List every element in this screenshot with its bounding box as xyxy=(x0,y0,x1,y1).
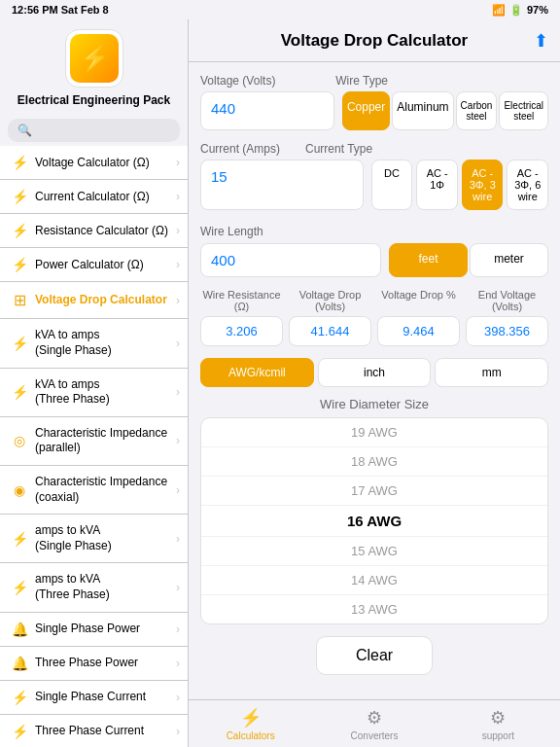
bell-icon: 🔔 xyxy=(10,656,29,671)
ct-ac3-3[interactable]: AC - 3Φ, 3 wire xyxy=(462,160,504,210)
lightning-icon: ⚡ xyxy=(10,155,29,170)
sidebar-item-voltage-drop[interactable]: ⊞ Voltage Drop Calculator › xyxy=(0,282,188,319)
result-row: Wire Resistance (Ω) Voltage Drop (Volts)… xyxy=(200,289,548,346)
current-type-segment: DC AC - 1Φ AC - 3Φ, 3 wire AC - 3Φ, 6 wi… xyxy=(371,160,548,210)
wire-resistance-value: 3.206 xyxy=(200,316,283,346)
sidebar-item-single-phase-current[interactable]: ⚡ Single Phase Current › xyxy=(0,681,188,715)
wire-length-label: Wire Length xyxy=(200,225,263,238)
sidebar-item-label: Voltage Drop Calculator xyxy=(35,293,176,308)
sidebar-item-kva-three[interactable]: ⚡ kVA to amps(Three Phase) › xyxy=(0,369,188,417)
sidebar: ⚡ Electrical Engineering Pack 🔍 ⚡ Voltag… xyxy=(0,19,189,747)
voltage-wire-type-row: Voltage (Volts) Wire Type 440 Copper Alu… xyxy=(200,74,548,130)
sidebar-item-voltage-calc[interactable]: ⚡ Voltage Calculator (Ω) › xyxy=(0,146,188,180)
wire-item-18awg[interactable]: 18 AWG xyxy=(201,447,547,477)
sidebar-item-power-calc[interactable]: ⚡ Power Calculator (Ω) › xyxy=(0,248,188,282)
lightning-icon: ⚡ xyxy=(10,531,29,547)
tab-bar: ⚡ Calculators ⚙ Converters ⚙ support xyxy=(189,699,560,747)
sidebar-item-three-phase-power[interactable]: 🔔 Three Phase Power › xyxy=(0,647,188,681)
wire-type-segment: Copper Aluminum Carbon steel Electrical … xyxy=(342,91,548,130)
tab-support[interactable]: ⚙ support xyxy=(437,700,560,747)
chevron-icon: › xyxy=(176,294,180,307)
sidebar-item-resistance-calc[interactable]: ⚡ Resistance Calculator (Ω) › xyxy=(0,214,188,248)
sidebar-item-label: kVA to amps(Three Phase) xyxy=(35,377,176,408)
app-icon-inner: ⚡ xyxy=(70,34,119,83)
unit-mm[interactable]: mm xyxy=(435,358,548,387)
sidebar-item-char-parallel[interactable]: ◎ Characteristic Impedance(parallel) › xyxy=(0,417,188,466)
wire-item-17awg[interactable]: 17 AWG xyxy=(201,477,547,506)
wire-type-electrical[interactable]: Electrical steel xyxy=(499,91,548,130)
unit-feet[interactable]: feet xyxy=(389,243,468,277)
wire-item-15awg[interactable]: 15 AWG xyxy=(201,537,547,566)
nav-bar: Voltage Drop Calculator ⬆ xyxy=(189,19,560,62)
ct-ac1[interactable]: AC - 1Φ xyxy=(416,160,458,210)
battery-label: 97% xyxy=(527,4,548,16)
converters-icon: ⚙ xyxy=(367,707,382,729)
status-bar: 12:56 PM Sat Feb 8 📶 🔋 97% xyxy=(0,0,560,19)
tab-calculators-label: Calculators xyxy=(227,730,275,741)
wire-diameter-list[interactable]: 19 AWG 18 AWG 17 AWG 16 AWG 15 AWG 14 AW… xyxy=(200,417,548,624)
chevron-icon: › xyxy=(176,190,180,203)
chevron-icon: › xyxy=(176,224,180,237)
sidebar-item-three-phase-current[interactable]: ⚡ Three Phase Current › xyxy=(0,715,188,747)
voltage-label: Voltage (Volts) xyxy=(200,74,328,88)
tab-converters[interactable]: ⚙ Converters xyxy=(312,700,436,747)
search-bar[interactable]: 🔍 xyxy=(8,119,180,142)
chevron-icon: › xyxy=(176,483,180,497)
sidebar-item-amps-kva-three[interactable]: ⚡ amps to kVA(Three Phase) › xyxy=(0,563,188,612)
battery-icon: 🔋 xyxy=(509,4,523,17)
bell-icon: 🔔 xyxy=(10,622,29,637)
chevron-icon: › xyxy=(176,622,180,636)
end-voltage-value: 398.356 xyxy=(466,316,548,346)
unit-inch[interactable]: inch xyxy=(318,358,432,387)
wire-type-carbon[interactable]: Carbon steel xyxy=(456,91,498,130)
voltage-input[interactable]: 440 xyxy=(200,91,334,130)
chevron-icon: › xyxy=(176,657,180,670)
unit-awg[interactable]: AWG/kcmil xyxy=(200,358,314,387)
wire-length-input[interactable]: 400 xyxy=(200,243,381,277)
grid-icon: ⊞ xyxy=(10,291,29,309)
status-time: 12:56 PM Sat Feb 8 xyxy=(12,4,109,16)
sidebar-item-kva-single[interactable]: ⚡ kVA to amps(Single Phase) › xyxy=(0,319,188,368)
wire-type-copper[interactable]: Copper xyxy=(342,91,390,130)
voltage-drop-value: 41.644 xyxy=(289,316,371,346)
sidebar-item-amps-kva-single[interactable]: ⚡ amps to kVA(Single Phase) › xyxy=(0,515,188,563)
wire-type-aluminum[interactable]: Aluminum xyxy=(392,91,453,130)
sidebar-item-char-coaxial[interactable]: ◉ Characteristic Impedance(coaxial) › xyxy=(0,466,188,515)
chevron-icon: › xyxy=(176,337,180,350)
calculators-icon: ⚡ xyxy=(240,707,262,729)
voltage-drop-label: Voltage Drop (Volts) xyxy=(289,289,371,312)
lightning-icon: ⚡ xyxy=(10,223,29,238)
tab-converters-label: Converters xyxy=(351,730,399,741)
result-values: 3.206 41.644 9.464 398.356 xyxy=(200,316,548,346)
wire-item-19awg[interactable]: 19 AWG xyxy=(201,418,547,447)
ct-ac3-6[interactable]: AC - 3Φ, 6 wire xyxy=(507,160,548,210)
tab-calculators[interactable]: ⚡ Calculators xyxy=(189,700,312,747)
sidebar-item-label: Current Calculator (Ω) xyxy=(35,190,176,205)
share-button[interactable]: ⬆ xyxy=(534,30,548,52)
sidebar-item-label: Single Phase Current xyxy=(35,690,176,705)
unit-meter[interactable]: meter xyxy=(470,243,548,277)
clear-button[interactable]: Clear xyxy=(316,636,433,675)
current-input[interactable]: 15 xyxy=(200,160,364,210)
chevron-icon: › xyxy=(176,581,180,594)
sidebar-item-label: Resistance Calculator (Ω) xyxy=(35,224,176,239)
lightning-icon: ⚡ xyxy=(10,724,29,739)
wire-item-16awg[interactable]: 16 AWG xyxy=(201,506,547,537)
sidebar-item-label: Three Phase Power xyxy=(35,656,176,671)
sidebar-header: ⚡ Electrical Engineering Pack xyxy=(0,19,188,115)
length-unit-segment: feet meter xyxy=(389,243,548,277)
sidebar-item-single-phase-power[interactable]: 🔔 Single Phase Power › xyxy=(0,613,188,647)
ct-dc[interactable]: DC xyxy=(371,160,413,210)
sidebar-item-label: kVA to amps(Single Phase) xyxy=(35,328,176,358)
sidebar-item-label: Three Phase Current xyxy=(35,724,176,739)
lightning-icon: ⚡ xyxy=(10,384,29,400)
lightning-icon: ⚡ xyxy=(10,336,29,351)
coaxial-icon: ◉ xyxy=(10,482,29,498)
sidebar-list: ⚡ Voltage Calculator (Ω) › ⚡ Current Cal… xyxy=(0,146,188,747)
chevron-icon: › xyxy=(176,258,180,271)
main-content: Voltage Drop Calculator ⬆ Voltage (Volts… xyxy=(189,19,560,747)
wire-item-13awg[interactable]: 13 AWG xyxy=(201,595,547,623)
wire-resistance-label: Wire Resistance (Ω) xyxy=(200,289,283,312)
wire-item-14awg[interactable]: 14 AWG xyxy=(201,566,547,595)
sidebar-item-current-calc[interactable]: ⚡ Current Calculator (Ω) › xyxy=(0,180,188,214)
